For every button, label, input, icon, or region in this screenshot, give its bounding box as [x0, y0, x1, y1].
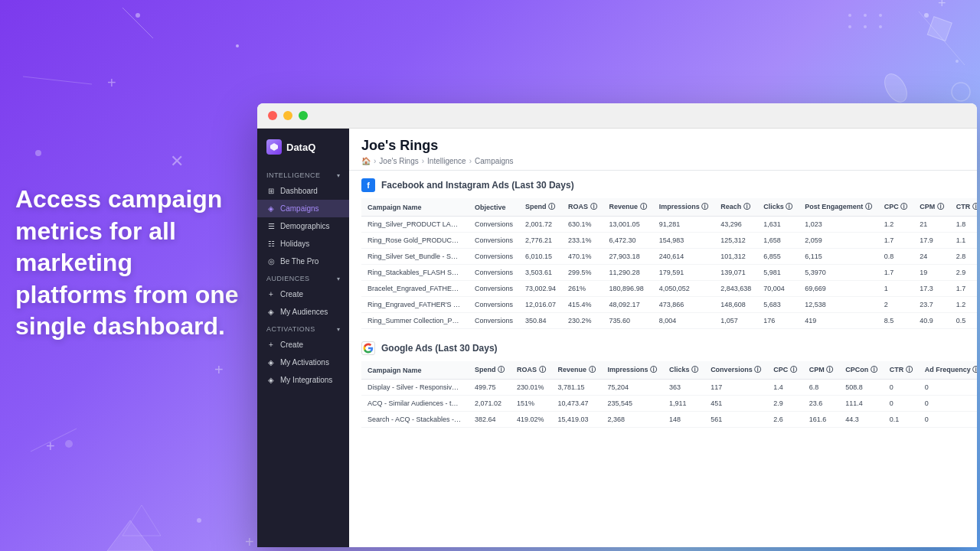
g-cell-roas: 419.02%	[511, 412, 552, 428]
g-cell-conversions: 451	[704, 396, 767, 412]
fb-cell-post-engagement: 1,023	[799, 217, 878, 233]
fb-cell-name: Bracelet_Engraved_FATHER'S DAY...	[361, 281, 469, 297]
fb-cell-cpm: 17.3	[913, 281, 950, 297]
fb-cell-cpm: 17.9	[913, 233, 950, 249]
sidebar-item-holidays[interactable]: ☷ Holidays	[257, 235, 349, 253]
fb-cell-revenue: 11,290.28	[603, 265, 653, 281]
fb-cell-clicks: 176	[757, 313, 799, 329]
browser-body: DataQ Intelligence ▾ ⊞ Dashboard ◈ Campa…	[257, 129, 977, 547]
sidebar-logo: DataQ	[257, 139, 349, 167]
facebook-table-row: Ring_Engraved_FATHER'S DAY SALE - 6.5.20…	[361, 297, 977, 313]
g-cell-cpm: 23.6	[803, 396, 840, 412]
col-roas: ROAS ⓘ	[562, 198, 603, 217]
sidebar-item-my-activations[interactable]: ◈ My Activations	[257, 354, 349, 371]
g-cell-ad-frequency: 0	[919, 396, 977, 412]
fb-cell-objective: Conversions	[469, 249, 519, 265]
fb-cell-cpc: 8.5	[878, 313, 914, 329]
fb-cell-name: Ring_Silver Set_Bundle - SALE	[361, 249, 469, 265]
fb-cell-roas: 233.1%	[562, 233, 603, 249]
dataq-logo-icon	[266, 139, 282, 155]
g-cell-revenue: 3,781.15	[552, 380, 602, 396]
fb-cell-reach: 101,312	[714, 249, 757, 265]
facebook-table-row: Ring_Silver Set_Bundle - SALE Conversion…	[361, 249, 977, 265]
g-cell-roas: 230.01%	[511, 380, 552, 396]
fb-cell-ctr: 2.9	[950, 265, 977, 281]
fb-cell-ctr: 1.8	[950, 217, 977, 233]
fb-cell-reach: 148,608	[714, 297, 757, 313]
g-cell-cpcon: 508.8	[839, 380, 884, 396]
browser-dot-green[interactable]	[299, 111, 308, 120]
browser-dot-yellow[interactable]	[283, 111, 292, 120]
fb-cell-ctr: 1.7	[950, 281, 977, 297]
fb-cell-cpc: 1.7	[878, 233, 914, 249]
fb-cell-roas: 299.5%	[562, 265, 603, 281]
sidebar-item-my-audiences[interactable]: ◈ My Audiences	[257, 303, 349, 321]
fb-cell-objective: Conversions	[469, 233, 519, 249]
fb-cell-post-engagement: 419	[799, 313, 878, 329]
activations-create-icon: +	[266, 341, 276, 349]
col-revenue: Revenue ⓘ	[603, 198, 653, 217]
g-cell-cpc: 2.6	[767, 412, 803, 428]
g-cell-ctr: 0.1	[884, 412, 919, 428]
g-col-ctr: CTR ⓘ	[884, 361, 919, 380]
fb-cell-objective: Conversions	[469, 281, 519, 297]
fb-cell-post-engagement: 12,538	[799, 297, 878, 313]
breadcrumb: 🏠 › Joe's Rings › Intelligence › Campaig…	[361, 157, 965, 165]
svg-marker-28	[270, 143, 278, 151]
fb-cell-roas: 415.4%	[562, 297, 603, 313]
browser-window: DataQ Intelligence ▾ ⊞ Dashboard ◈ Campa…	[257, 103, 977, 547]
fb-cell-reach: 125,312	[714, 233, 757, 249]
fb-cell-revenue: 180,896.98	[603, 281, 653, 297]
sidebar-item-campaigns[interactable]: ◈ Campaigns	[257, 200, 349, 217]
facebook-section-title: Facebook and Instagram Ads (Last 30 Days…	[381, 180, 574, 191]
fb-cell-impressions: 154,983	[653, 233, 715, 249]
fb-cell-clicks: 6,855	[757, 249, 799, 265]
sidebar-section-intelligence: Intelligence ▾	[257, 167, 349, 182]
sidebar-item-dashboard[interactable]: ⊞ Dashboard	[257, 182, 349, 200]
fb-cell-impressions: 8,004	[653, 313, 715, 329]
facebook-icon: f	[361, 178, 375, 192]
col-cpc: CPC ⓘ	[878, 198, 914, 217]
sidebar-item-demographics[interactable]: ☰ Demographics	[257, 217, 349, 235]
g-cell-cpc: 2.9	[767, 396, 803, 412]
fb-cell-cpm: 21	[913, 217, 950, 233]
left-content: Access campaign metrics for all marketin…	[15, 184, 245, 343]
fb-cell-name: Ring_Rose Gold_PRODUCT LAUNCH	[361, 233, 469, 249]
holidays-icon: ☷	[266, 240, 276, 248]
fb-cell-cpc: 1.7	[878, 265, 914, 281]
g-cell-conversions: 117	[704, 380, 767, 396]
g-cell-conversions: 561	[704, 412, 767, 428]
google-icon	[361, 341, 375, 355]
sidebar-item-my-integrations[interactable]: ◈ My Integrations	[257, 371, 349, 389]
fb-cell-cpm: 19	[913, 265, 950, 281]
google-table-header: Campaign Name Spend ⓘ ROAS ⓘ Revenue ⓘ I…	[361, 361, 977, 380]
browser-dot-red[interactable]	[268, 111, 277, 120]
sidebar-logo-text: DataQ	[286, 142, 315, 153]
sidebar-item-activations-create[interactable]: + Create	[257, 336, 349, 354]
breadcrumb-client: Joe's Rings	[379, 157, 418, 165]
google-section: Google Ads (Last 30 Days) Campaign Name …	[361, 341, 965, 428]
breadcrumb-home: 🏠	[361, 157, 371, 165]
g-cell-revenue: 15,419.03	[552, 412, 602, 428]
my-activations-icon: ◈	[266, 358, 276, 367]
sidebar-item-audiences-create[interactable]: + Create	[257, 285, 349, 303]
g-col-spend: Spend ⓘ	[469, 361, 511, 380]
fb-cell-spend: 12,016.07	[519, 297, 562, 313]
page-title: Joe's Rings	[361, 138, 965, 154]
fb-cell-name: Ring_Summer Collection_PRODUCT LAUNCH	[361, 313, 469, 329]
facebook-section-header: f Facebook and Instagram Ads (Last 30 Da…	[361, 178, 965, 192]
fb-cell-spend: 350.84	[519, 313, 562, 329]
fb-cell-roas: 261%	[562, 281, 603, 297]
g-col-cpm: CPM ⓘ	[803, 361, 840, 380]
fb-cell-impressions: 240,614	[653, 249, 715, 265]
fb-cell-cpc: 1	[878, 281, 914, 297]
sidebar-item-be-the-pro[interactable]: ◎ Be The Pro	[257, 253, 349, 270]
facebook-table-row: Ring_Rose Gold_PRODUCT LAUNCH Conversion…	[361, 233, 977, 249]
headline: Access campaign metrics for all marketin…	[15, 184, 245, 343]
fb-cell-clicks: 1,631	[757, 217, 799, 233]
google-section-title: Google Ads (Last 30 Days)	[381, 343, 498, 354]
google-table-row: ACQ - Similar Audiences - tCPA - US 2,07…	[361, 396, 977, 412]
fb-cell-revenue: 6,472.30	[603, 233, 653, 249]
fb-cell-clicks: 5,683	[757, 297, 799, 313]
g-cell-cpcon: 111.4	[839, 396, 884, 412]
